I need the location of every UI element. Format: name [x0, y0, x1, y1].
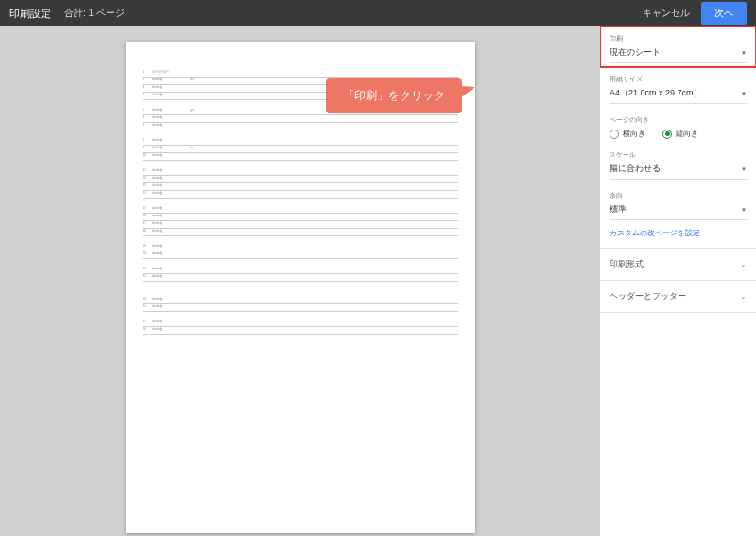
print-target-value: 現在のシート	[610, 46, 661, 59]
scale-select[interactable]: 幅に合わせる ▼	[610, 163, 747, 180]
chevron-down-icon: ▼	[741, 50, 747, 56]
radio-icon	[662, 130, 672, 139]
sheet-content: 1項目項目項目 2abcdefgxxx 3abcdefg 4abcdefg 5a…	[143, 70, 458, 514]
orientation-portrait-label: 縦向き	[676, 129, 698, 139]
scale-value: 幅に合わせる	[610, 163, 661, 175]
print-target-section: 印刷 現在のシート ▼	[600, 26, 756, 67]
radio-icon	[610, 130, 619, 139]
header-footer-section[interactable]: ヘッダーとフッター ⌄	[600, 281, 756, 312]
divider	[600, 312, 756, 313]
scale-label: スケール	[610, 150, 747, 160]
paper-size-select[interactable]: A4（21.0cm x 29.7cm） ▼	[610, 87, 747, 104]
paper-label: 用紙サイズ	[610, 75, 747, 84]
print-format-section[interactable]: 印刷形式 ⌄	[600, 249, 756, 280]
header-footer-label: ヘッダーとフッター	[610, 290, 686, 303]
chevron-down-icon: ▼	[741, 91, 747, 96]
paper-size-value: A4（21.0cm x 29.7cm）	[610, 87, 702, 99]
app-header: 印刷設定 合計: 1 ページ キャンセル 次へ	[0, 0, 756, 26]
main-layout: 「印刷」をクリック 1項目項目項目 2abcdefgxxx 3abcdefg 4…	[0, 26, 756, 536]
print-page-preview: 1項目項目項目 2abcdefgxxx 3abcdefg 4abcdefg 5a…	[126, 42, 475, 533]
chevron-down-icon: ▼	[741, 166, 747, 172]
margin-select[interactable]: 標準 ▼	[610, 203, 747, 220]
cancel-button[interactable]: キャンセル	[643, 7, 690, 20]
header-title: 印刷設定	[9, 7, 51, 21]
margin-label: 余白	[610, 191, 747, 200]
print-format-label: 印刷形式	[610, 258, 644, 270]
next-button[interactable]: 次へ	[701, 2, 747, 25]
custom-page-breaks-link[interactable]: カスタムの改ページを設定	[600, 224, 756, 248]
preview-area: 「印刷」をクリック 1項目項目項目 2abcdefgxxx 3abcdefg 4…	[0, 26, 600, 536]
scale-section: スケール 幅に合わせる ▼	[600, 143, 756, 183]
margin-value: 標準	[610, 203, 627, 216]
chevron-down-icon: ⌄	[740, 260, 747, 268]
settings-sidebar: 印刷 現在のシート ▼ 用紙サイズ A4（21.0cm x 29.7cm） ▼ …	[600, 26, 756, 536]
print-target-select[interactable]: 現在のシート ▼	[610, 46, 747, 63]
orientation-label: ページの向き	[610, 115, 747, 125]
orientation-landscape-label: 横向き	[623, 129, 645, 139]
paper-size-section: 用紙サイズ A4（21.0cm x 29.7cm） ▼	[600, 67, 756, 108]
margin-section: 余白 標準 ▼	[600, 183, 756, 224]
header-subtitle: 合計: 1 ページ	[64, 7, 125, 20]
chevron-down-icon: ▼	[741, 207, 747, 213]
chevron-down-icon: ⌄	[740, 292, 747, 301]
annotation-callout: 「印刷」をクリック	[326, 78, 462, 113]
orientation-portrait-radio[interactable]: 縦向き	[662, 129, 698, 139]
orientation-landscape-radio[interactable]: 横向き	[610, 129, 645, 139]
orientation-section: ページの向き 横向き 縦向き	[600, 108, 756, 143]
print-label: 印刷	[610, 34, 747, 43]
